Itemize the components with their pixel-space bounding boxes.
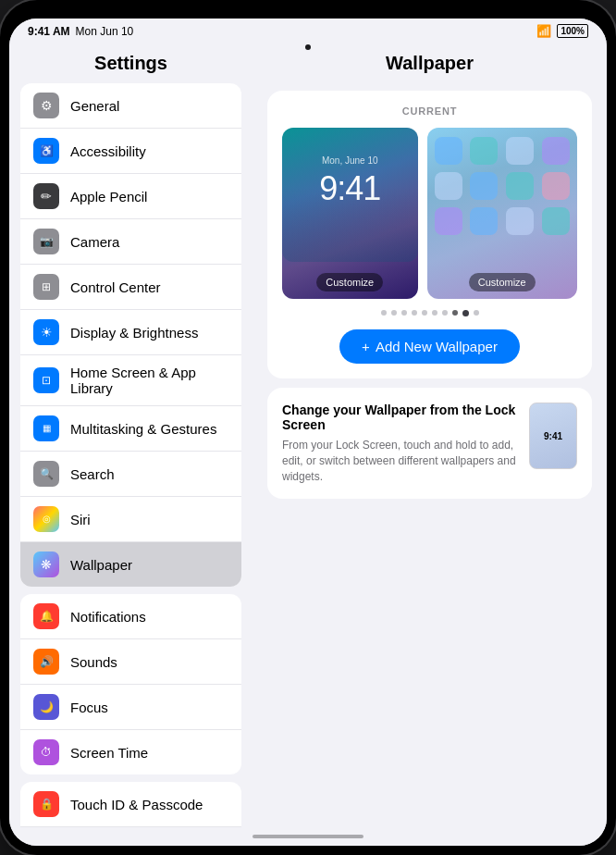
home-indicator <box>9 827 607 846</box>
home-screen-icon: ⊡ <box>33 367 59 393</box>
home-icon <box>506 172 534 200</box>
sidebar-item-label: Notifications <box>70 609 146 625</box>
sidebar-item-control-center[interactable]: ⊞ Control Center <box>20 265 241 310</box>
dot-8 <box>452 310 458 316</box>
add-new-wallpaper-button[interactable]: + Add New Wallpaper <box>339 329 520 364</box>
dot-4 <box>412 310 417 316</box>
sidebar-item-label: Control Center <box>70 279 161 295</box>
sidebar-item-siri[interactable]: ◎ Siri <box>20 497 241 542</box>
sidebar-item-label: Search <box>70 466 115 482</box>
sidebar-item-label: Camera <box>70 234 119 250</box>
right-content: Wallpaper CURRENT Mon, June 10 9:41 Cust… <box>253 42 607 827</box>
sidebar-item-wallpaper[interactable]: ❋ Wallpaper <box>20 542 241 587</box>
info-description: From your Lock Screen, touch and hold to… <box>282 438 516 484</box>
home-icon <box>470 172 498 200</box>
sidebar-scroll[interactable]: ⚙ General ♿ Accessibility ✏ <box>9 83 253 827</box>
sidebar-item-label: Multitasking & Gestures <box>70 421 216 437</box>
add-button-label: Add New Wallpaper <box>376 339 498 354</box>
info-text: Change your Wallpaper from the Lock Scre… <box>282 403 516 484</box>
sidebar-item-accessibility[interactable]: ♿ Accessibility <box>20 129 241 174</box>
sidebar: Settings ⚙ General ♿ <box>9 42 253 827</box>
status-bar: 9:41 AM Mon Jun 10 📶 100% <box>9 19 607 42</box>
home-icon <box>542 207 570 235</box>
notifications-icon: 🔔 <box>33 603 59 629</box>
home-icon <box>506 207 534 235</box>
sidebar-item-label: Home Screen & App Library <box>70 365 228 396</box>
wifi-icon: 📶 <box>536 24 551 38</box>
camera-icon: 📷 <box>33 229 59 254</box>
sidebar-item-screen-time[interactable]: ⏱ Screen Time <box>20 730 241 774</box>
main-content: Settings ⚙ General ♿ <box>9 42 607 827</box>
lock-customize-button[interactable]: Customize <box>316 273 383 291</box>
status-left: 9:41 AM Mon Jun 10 <box>28 25 133 38</box>
gear-icon: ⚙ <box>33 93 59 118</box>
control-center-icon: ⊞ <box>33 274 59 300</box>
home-icon <box>435 137 462 165</box>
siri-icon: ◎ <box>33 506 59 532</box>
sidebar-item-notifications[interactable]: 🔔 Notifications <box>20 594 241 639</box>
pencil-icon: ✏ <box>33 183 59 209</box>
sidebar-group-3: 🔒 Touch ID & Passcode ✋ Privacy & Securi… <box>20 782 241 827</box>
dot-9 <box>462 310 469 316</box>
multitasking-icon: ▦ <box>33 415 59 441</box>
info-title: Change your Wallpaper from the Lock Scre… <box>282 403 516 432</box>
home-icon <box>470 137 498 165</box>
home-icon <box>435 207 462 235</box>
sidebar-item-display-brightness[interactable]: ☀ Display & Brightness <box>20 310 241 355</box>
wallpaper-icon: ❋ <box>33 551 59 577</box>
sidebar-item-label: Focus <box>70 700 108 715</box>
sidebar-item-multitasking[interactable]: ▦ Multitasking & Gestures <box>20 406 241 452</box>
info-card: Change your Wallpaper from the Lock Scre… <box>267 388 592 499</box>
screen: 9:41 AM Mon Jun 10 📶 100% Settings <box>9 19 607 846</box>
sidebar-group-2: 🔔 Notifications 🔊 Sounds � <box>20 594 241 774</box>
status-time: 9:41 AM <box>28 25 70 38</box>
touch-id-icon: 🔒 <box>33 791 59 817</box>
sidebar-item-touch-id[interactable]: 🔒 Touch ID & Passcode <box>20 782 241 827</box>
sidebar-group-1: ⚙ General ♿ Accessibility ✏ <box>20 83 241 587</box>
battery-icon: 100% <box>557 24 588 38</box>
ipad-frame: 9:41 AM Mon Jun 10 📶 100% Settings <box>0 0 616 855</box>
home-icon <box>542 137 570 165</box>
sidebar-item-apple-pencil[interactable]: ✏ Apple Pencil <box>20 174 241 219</box>
info-thumb: 9:41 <box>529 403 577 469</box>
wallpaper-card: CURRENT Mon, June 10 9:41 Customize <box>267 91 592 378</box>
sidebar-item-label: Touch ID & Passcode <box>70 797 203 812</box>
add-plus-icon: + <box>362 339 370 354</box>
dot-3 <box>401 310 407 316</box>
dot-5 <box>422 310 427 316</box>
info-thumb-time: 9:41 <box>544 431 562 441</box>
dot-10 <box>474 310 479 316</box>
dot-2 <box>391 310 397 316</box>
sidebar-item-label: Wallpaper <box>70 557 132 573</box>
status-right: 📶 100% <box>536 24 588 38</box>
sounds-icon: 🔊 <box>33 649 59 675</box>
dot-1 <box>381 310 387 316</box>
camera-dot <box>305 44 311 50</box>
sidebar-title: Settings <box>9 42 253 83</box>
sidebar-item-home-screen[interactable]: ⊡ Home Screen & App Library <box>20 355 241 406</box>
sidebar-item-label: Apple Pencil <box>70 189 147 204</box>
sidebar-item-search[interactable]: 🔍 Search <box>20 452 241 497</box>
status-date: Mon Jun 10 <box>76 25 134 38</box>
sidebar-item-focus[interactable]: 🌙 Focus <box>20 685 241 730</box>
home-customize-button[interactable]: Customize <box>469 273 536 291</box>
current-label: CURRENT <box>282 105 577 117</box>
home-icon <box>542 172 570 200</box>
dot-6 <box>432 310 437 316</box>
home-screen-preview[interactable]: Customize <box>427 128 578 299</box>
page-dots <box>282 310 577 316</box>
sidebar-item-label: Accessibility <box>70 143 146 159</box>
home-icon <box>435 172 462 200</box>
wallpaper-previews: Mon, June 10 9:41 Customize <box>282 128 577 299</box>
search-icon: 🔍 <box>33 461 59 487</box>
sidebar-item-camera[interactable]: 📷 Camera <box>20 219 241 265</box>
sidebar-item-sounds[interactable]: 🔊 Sounds <box>20 639 241 685</box>
home-icons-grid <box>435 137 571 235</box>
home-icon <box>470 207 498 235</box>
sidebar-item-label: Display & Brightness <box>70 325 198 341</box>
sidebar-item-general[interactable]: ⚙ General <box>20 83 241 129</box>
focus-icon: 🌙 <box>33 694 59 720</box>
screen-time-icon: ⏱ <box>33 739 59 765</box>
sidebar-item-label: Screen Time <box>70 745 148 761</box>
lock-screen-preview[interactable]: Mon, June 10 9:41 Customize <box>282 128 418 299</box>
